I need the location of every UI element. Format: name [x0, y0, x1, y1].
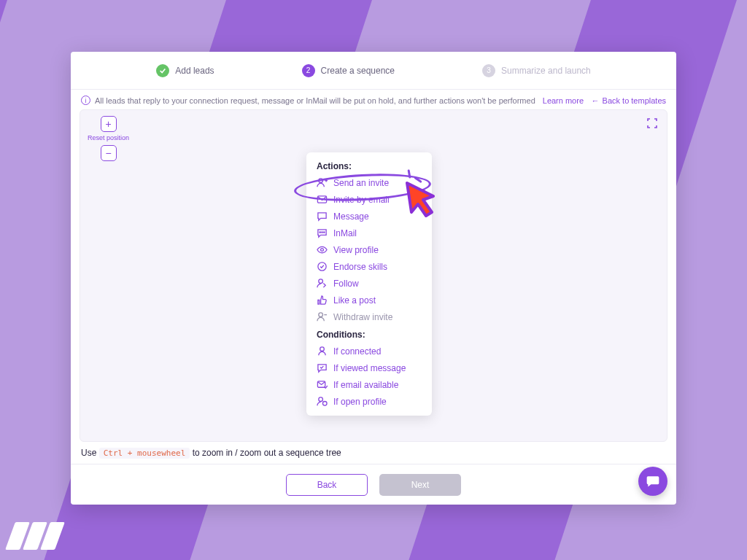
- sequence-canvas[interactable]: + Reset position − Actions: Send an invi…: [80, 109, 667, 442]
- step-add-leads[interactable]: Add leads: [156, 64, 214, 77]
- svg-point-12: [320, 347, 325, 351]
- step-badge-active: 2: [302, 64, 315, 77]
- action-inmail[interactable]: InMail: [306, 225, 432, 241]
- menu-item-label: Endorse skills: [333, 262, 387, 272]
- svg-point-10: [319, 313, 323, 317]
- chat-check-icon: [317, 362, 328, 373]
- back-button[interactable]: Back: [286, 474, 368, 496]
- svg-point-0: [319, 179, 323, 183]
- svg-point-5: [322, 232, 322, 233]
- zoom-out-button[interactable]: −: [101, 145, 117, 161]
- thumbs-up-icon: [317, 295, 328, 306]
- chat-widget-button[interactable]: [638, 467, 667, 496]
- condition-if-email-available[interactable]: If email available: [306, 376, 432, 393]
- chat-dots-icon: [317, 228, 328, 238]
- menu-item-label: If open profile: [333, 397, 387, 407]
- menu-item-label: If email available: [333, 380, 398, 390]
- info-bar: i All leads that reply to your connectio…: [71, 90, 676, 109]
- actions-heading: Actions:: [306, 160, 432, 174]
- svg-point-4: [320, 232, 320, 233]
- action-withdraw-invite[interactable]: Withdraw invite: [306, 308, 432, 325]
- action-message[interactable]: Message: [306, 208, 432, 225]
- action-endorse-skills[interactable]: Endorse skills: [306, 258, 432, 275]
- back-templates-label: Back to templates: [603, 96, 666, 105]
- menu-item-label: Invite by email: [333, 195, 390, 205]
- condition-if-connected[interactable]: If connected: [306, 343, 432, 359]
- zoom-in-button[interactable]: +: [101, 116, 117, 132]
- step-label: Create a sequence: [321, 66, 395, 76]
- mail-check-icon: [317, 379, 328, 390]
- menu-item-label: Message: [333, 211, 369, 222]
- badge-check-icon: [317, 261, 328, 272]
- step-summarize[interactable]: 3 Summarize and launch: [482, 64, 591, 77]
- step-create-sequence[interactable]: 2 Create a sequence: [302, 64, 395, 77]
- action-like-post[interactable]: Like a post: [306, 292, 432, 308]
- menu-item-label: Like a post: [333, 295, 376, 306]
- action-view-profile[interactable]: View profile: [306, 241, 432, 258]
- step-label: Add leads: [175, 66, 214, 76]
- stepper: Add leads 2 Create a sequence 3 Summariz…: [71, 52, 676, 90]
- conditions-heading: Conditions:: [306, 328, 432, 343]
- hint-suffix: to zoom in / zoom out a sequence tree: [193, 448, 341, 458]
- action-picker-menu: Actions: Send an invite Invite by email …: [306, 152, 432, 416]
- condition-if-open-profile[interactable]: If open profile: [306, 393, 432, 410]
- step-label: Summarize and launch: [501, 66, 591, 76]
- arrow-left-icon: ←: [592, 96, 600, 105]
- svg-point-14: [319, 397, 323, 402]
- zoom-controls: + Reset position −: [88, 116, 129, 161]
- mail-icon: [317, 194, 328, 205]
- condition-if-viewed-message[interactable]: If viewed message: [306, 359, 432, 376]
- menu-item-label: Follow: [333, 279, 359, 289]
- menu-item-label: InMail: [333, 228, 357, 238]
- user-icon: [317, 346, 328, 357]
- back-to-templates-link[interactable]: ← Back to templates: [592, 96, 666, 105]
- svg-point-15: [322, 402, 327, 406]
- fullscreen-button[interactable]: [645, 116, 659, 131]
- hint-kbd: Ctrl + mousewheel: [99, 448, 190, 459]
- user-minus-icon: [317, 311, 328, 322]
- menu-item-label: Withdraw invite: [333, 312, 392, 322]
- action-invite-by-email[interactable]: Invite by email: [306, 191, 432, 208]
- svg-point-9: [319, 279, 323, 284]
- user-plus-icon: [317, 177, 328, 188]
- menu-item-label: View profile: [333, 245, 379, 255]
- menu-item-label: If viewed message: [333, 363, 406, 373]
- chat-icon: [317, 211, 328, 222]
- hint-bar: Use Ctrl + mousewheel to zoom in / zoom …: [71, 442, 676, 464]
- menu-item-label: If connected: [333, 346, 381, 357]
- info-text: All leads that reply to your connection …: [95, 96, 535, 105]
- svg-point-6: [324, 232, 325, 233]
- step-badge-pending: 3: [482, 64, 495, 77]
- reset-position-button[interactable]: Reset position: [88, 135, 129, 142]
- brand-logo-icon: [5, 522, 65, 550]
- info-icon: i: [81, 96, 90, 105]
- app-window: Add leads 2 Create a sequence 3 Summariz…: [71, 52, 676, 505]
- user-follow-icon: [317, 278, 328, 289]
- menu-item-label: Send an invite: [333, 178, 389, 188]
- user-open-icon: [317, 396, 328, 407]
- hint-prefix: Use: [81, 448, 99, 458]
- learn-more-link[interactable]: Learn more: [543, 96, 584, 105]
- action-send-invite[interactable]: Send an invite: [306, 174, 432, 191]
- svg-point-7: [321, 249, 324, 252]
- eye-icon: [317, 244, 328, 255]
- action-follow[interactable]: Follow: [306, 275, 432, 292]
- step-badge-done-icon: [156, 64, 169, 77]
- next-button[interactable]: Next: [379, 474, 461, 496]
- footer-bar: Back Next: [71, 464, 676, 505]
